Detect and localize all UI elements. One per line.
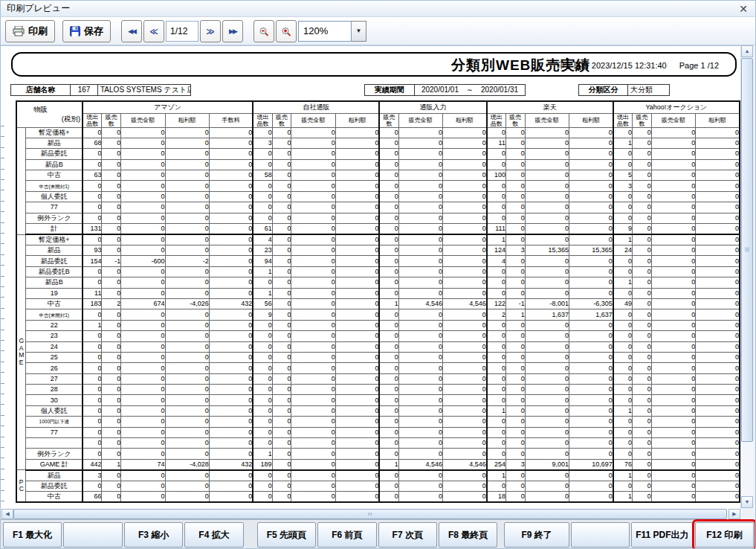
cell: 0 xyxy=(291,149,335,159)
cell: 0 xyxy=(613,385,633,395)
cell: 0 xyxy=(209,213,253,223)
cell: 0 xyxy=(253,492,272,503)
cell: 0 xyxy=(209,417,253,427)
f3-button[interactable]: F3 縮小 xyxy=(124,522,183,548)
horizontal-scrollbar[interactable]: ◀ ▶ xyxy=(1,509,740,519)
print-button[interactable]: 印刷 xyxy=(5,20,55,42)
cell: 0 xyxy=(272,449,291,459)
cell: 0 xyxy=(253,438,272,449)
close-icon[interactable]: ✕ xyxy=(739,1,748,16)
last-page-button[interactable]: ▶▶ xyxy=(222,20,243,42)
cell: 0 xyxy=(569,449,613,459)
vertical-scroll-thumb[interactable] xyxy=(741,58,753,442)
cell: 0 xyxy=(651,277,695,288)
cell: 0 xyxy=(696,341,740,352)
cell: 0 xyxy=(525,481,569,491)
horizontal-scroll-thumb[interactable] xyxy=(13,509,727,519)
cell: 0 xyxy=(696,417,740,427)
cell: 3 xyxy=(83,470,102,481)
cell: 0 xyxy=(209,288,253,298)
f9-button[interactable]: F9 終了 xyxy=(504,522,569,548)
cell: 0 xyxy=(291,266,335,277)
cell: 0 xyxy=(272,395,291,405)
f6-button[interactable]: F6 前頁 xyxy=(317,522,376,548)
f8-button[interactable]: F8 最終頁 xyxy=(439,522,497,548)
row-tick xyxy=(1,426,4,426)
prev-page-button[interactable]: ≪ xyxy=(143,20,164,42)
table-row: 中古(未開封1)000009000000211,6371,6370000 xyxy=(16,309,740,320)
cell: 0 xyxy=(569,159,613,170)
cell: 0 xyxy=(379,438,398,449)
cell: 0 xyxy=(165,449,209,459)
row-tick xyxy=(1,372,4,373)
scroll-down-icon[interactable]: ▼ xyxy=(741,496,753,508)
cell: 0 xyxy=(121,427,165,437)
chevron-down-icon[interactable]: ▼ xyxy=(352,21,366,42)
table-row: 計1310000610000001110009000 xyxy=(16,224,740,235)
cell: 0 xyxy=(102,470,121,481)
cell: 0 xyxy=(487,385,506,395)
f11-button[interactable]: F11 PDF出力 xyxy=(631,522,693,548)
cell: 24 xyxy=(613,245,633,256)
cell: 0 xyxy=(121,341,165,352)
zoom-value[interactable]: 120% xyxy=(298,21,352,42)
cell: 0 xyxy=(696,309,740,320)
page-indicator[interactable]: 1/12 xyxy=(166,21,198,42)
row-label: 25 xyxy=(26,352,83,362)
cell: 0 xyxy=(633,277,652,288)
cell: 0 xyxy=(525,159,569,170)
cell: 0 xyxy=(272,298,291,309)
cell: 0 xyxy=(613,341,633,352)
f1-button[interactable]: F1 最大化 xyxy=(3,522,62,548)
cell: 124 xyxy=(487,245,506,256)
cell: 0 xyxy=(209,395,253,405)
f7-button[interactable]: F7 次頁 xyxy=(378,522,437,548)
cell: 0 xyxy=(696,181,740,191)
scroll-left-icon[interactable]: ◀ xyxy=(1,509,13,519)
zoom-select[interactable]: 120% ▼ xyxy=(298,21,366,42)
cell: 0 xyxy=(253,405,272,416)
cell: 0 xyxy=(335,405,379,416)
save-button[interactable]: 保存 xyxy=(62,20,111,42)
cell: 0 xyxy=(253,213,272,223)
f5-button[interactable]: F5 先頭頁 xyxy=(257,522,316,548)
cell: 0 xyxy=(121,202,165,213)
cell: 0 xyxy=(379,331,398,341)
scroll-up-icon[interactable]: ▲ xyxy=(741,45,753,57)
zoom-out-button[interactable] xyxy=(253,20,274,42)
cell: 0 xyxy=(696,405,740,416)
group-header: 自社通販 xyxy=(253,101,379,113)
cell: 0 xyxy=(569,405,613,416)
f12-button[interactable]: F12 印刷 xyxy=(695,522,754,548)
row-label: 中古 xyxy=(26,298,83,309)
cell: 1 xyxy=(379,298,398,309)
vertical-scrollbar[interactable]: ▲ ▼ xyxy=(740,45,753,509)
cell: 0 xyxy=(525,138,569,148)
cell: 0 xyxy=(443,234,487,245)
row-label: 例外ランク xyxy=(26,449,83,459)
cell: 0 xyxy=(83,277,102,288)
f10-button xyxy=(571,522,630,548)
row-tick xyxy=(1,179,4,180)
f4-button[interactable]: F4 拡大 xyxy=(184,522,243,548)
cell: 0 xyxy=(505,427,525,437)
cell: 0 xyxy=(613,191,633,202)
next-page-button[interactable]: ≫ xyxy=(200,20,221,42)
cell: 0 xyxy=(335,202,379,213)
row-label xyxy=(26,438,83,449)
first-page-button[interactable]: ◀◀ xyxy=(121,20,142,42)
cell: 0 xyxy=(633,149,652,159)
zoom-in-button[interactable] xyxy=(276,20,297,42)
row-tick xyxy=(1,404,4,405)
cell: 0 xyxy=(651,213,695,223)
cell: 0 xyxy=(613,438,633,449)
cell: 0 xyxy=(291,417,335,427)
row-tick xyxy=(1,469,4,469)
cell: 0 xyxy=(335,449,379,459)
cell: 0 xyxy=(633,385,652,395)
cell: 0 xyxy=(443,288,487,298)
cell: 0 xyxy=(121,191,165,202)
scroll-right-icon[interactable]: ▶ xyxy=(728,509,740,519)
row-tick xyxy=(1,190,4,190)
cell: 0 xyxy=(487,373,506,384)
